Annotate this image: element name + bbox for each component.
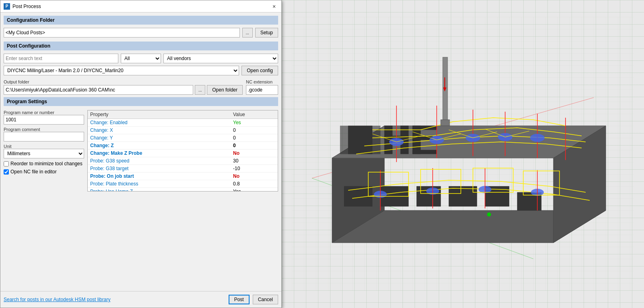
filter-vendors-select[interactable]: All vendors <box>163 54 278 63</box>
prop-name-cell: Change: X <box>88 127 231 134</box>
prop-name-cell: Probe: Plate thickness <box>88 180 231 188</box>
setup-button[interactable]: Setup <box>255 28 278 37</box>
properties-scrollable[interactable]: Property Value Change: EnabledYesChange:… <box>88 110 278 191</box>
col-value-header: Value <box>231 110 273 119</box>
config-select-row: DIYCNC Milling/Laser - Marlin 2.0 / DIYC… <box>4 66 278 75</box>
prop-value-cell: Yes <box>231 119 273 127</box>
cloud-folder-row: ... Setup <box>4 28 278 37</box>
footer-buttons: Post Cancel <box>229 295 278 304</box>
cad-viewport <box>282 0 644 308</box>
output-left: Output folder ... Open folder <box>4 79 243 95</box>
program-left-right: Program name or number Program comment U… <box>4 110 278 191</box>
prop-value-cell: No <box>231 173 273 180</box>
prop-value-cell: Yes <box>231 188 273 191</box>
prop-value-cell: 30 <box>231 157 273 165</box>
output-path-input[interactable] <box>4 85 193 95</box>
post-button[interactable]: Post <box>229 295 250 304</box>
dialog-titlebar: P Post Process × <box>0 0 281 12</box>
open-nc-checkbox[interactable] <box>4 169 9 175</box>
output-path-row: ... Open folder <box>4 85 243 95</box>
program-settings-header: Program Settings <box>4 97 278 106</box>
program-name-group: Program name or number <box>4 110 84 125</box>
output-folder-label: Output folder <box>4 79 243 84</box>
unit-label: Unit <box>4 144 84 149</box>
open-nc-checkbox-row: Open NC file in editor <box>4 169 84 175</box>
svg-point-26 <box>530 134 545 142</box>
table-row[interactable]: Change: Make Z ProbeNo <box>88 150 278 157</box>
browse-output-button[interactable]: ... <box>195 85 205 95</box>
program-comment-label: Program comment <box>4 127 84 132</box>
reorder-label: Reorder to minimize tool changes <box>10 161 83 166</box>
svg-marker-13 <box>413 150 437 154</box>
search-row: All All vendors <box>4 54 278 63</box>
prop-value-cell: 0 <box>231 142 273 150</box>
nc-extension-input[interactable] <box>246 85 278 95</box>
post-config-content: All All vendors DIYCNC Milling/Laser - M… <box>4 52 278 77</box>
table-row[interactable]: Probe: G38 speed30 <box>88 157 278 165</box>
unit-select[interactable]: Millimeters <box>4 149 84 158</box>
prop-value-cell: No <box>231 150 273 157</box>
prop-name-cell: Probe: Use Home Z <box>88 188 231 191</box>
table-row[interactable]: Change: X0 <box>88 127 278 134</box>
reorder-checkbox-row: Reorder to minimize tool changes <box>4 161 84 166</box>
prop-name-cell: Change: Y <box>88 134 231 142</box>
open-folder-button[interactable]: Open folder <box>207 85 243 95</box>
config-select[interactable]: DIYCNC Milling/Laser - Marlin 2.0 / DIYC… <box>4 66 239 75</box>
program-settings-section: Program Settings Program name or number … <box>4 97 278 191</box>
output-section: Output folder ... Open folder NC extensi… <box>4 79 278 95</box>
table-row[interactable]: Probe: On job startNo <box>88 173 278 180</box>
table-header-row: Property Value <box>88 110 278 119</box>
table-row[interactable]: Change: Y0 <box>88 134 278 142</box>
prop-name-cell: Change: Z <box>88 142 231 150</box>
config-folder-section: Configuration Folder ... Setup <box>4 16 278 39</box>
prop-name-cell: Probe: G38 target <box>88 165 231 173</box>
prop-value-cell: 0 <box>231 134 273 142</box>
config-folder-content: ... Setup <box>4 26 278 39</box>
table-row[interactable]: Change: Z0 <box>88 142 278 150</box>
properties-table-container: Property Value Change: EnabledYesChange:… <box>87 110 278 191</box>
col-property-header: Property <box>88 110 231 119</box>
program-left-column: Program name or number Program comment U… <box>4 110 84 191</box>
title-left: P Post Process <box>4 3 41 10</box>
filter-all-select[interactable]: All <box>121 54 161 63</box>
prop-value-cell: -10 <box>231 165 273 173</box>
svg-point-39 <box>487 212 491 216</box>
open-config-button[interactable]: Open config <box>242 66 278 75</box>
open-nc-label: Open NC file in editor <box>10 169 57 175</box>
properties-table: Property Value Change: EnabledYesChange:… <box>88 110 278 191</box>
library-link[interactable]: Search for posts in our Autodesk HSM pos… <box>4 297 110 302</box>
dialog-footer: Search for posts in our Autodesk HSM pos… <box>0 291 281 308</box>
unit-group: Unit Millimeters <box>4 144 84 158</box>
dialog-app-icon: P <box>4 3 10 10</box>
prop-name-cell: Change: Enabled <box>88 119 231 127</box>
prop-name-cell: Change: Make Z Probe <box>88 150 231 157</box>
config-folder-header: Configuration Folder <box>4 16 278 25</box>
cloud-folder-input[interactable] <box>4 28 240 37</box>
svg-rect-36 <box>441 120 450 126</box>
table-row[interactable]: Probe: Use Home ZYes <box>88 188 278 191</box>
program-comment-group: Program comment <box>4 127 84 142</box>
prop-value-cell: 0 <box>231 127 273 134</box>
prop-name-cell: Probe: On job start <box>88 173 231 180</box>
output-right: NC extension <box>246 79 278 95</box>
viewport-canvas <box>282 0 644 308</box>
prop-name-cell: Probe: G38 speed <box>88 157 231 165</box>
table-row[interactable]: Probe: Plate thickness0.8 <box>88 180 278 188</box>
program-name-label: Program name or number <box>4 110 84 115</box>
nc-extension-label: NC extension <box>246 79 278 84</box>
dialog-title: Post Process <box>12 4 41 9</box>
dialog-body: Configuration Folder ... Setup Post Conf… <box>0 12 281 291</box>
reorder-checkbox[interactable] <box>4 161 9 166</box>
post-config-header: Post Configuration <box>4 42 278 50</box>
program-comment-input[interactable] <box>4 132 84 142</box>
program-name-input[interactable] <box>4 115 84 125</box>
post-config-section: Post Configuration All All vendors DIYCN… <box>4 42 278 77</box>
table-row[interactable]: Change: EnabledYes <box>88 119 278 127</box>
cancel-button[interactable]: Cancel <box>253 295 278 304</box>
search-input[interactable] <box>4 54 118 63</box>
cad-3d-object <box>292 17 634 291</box>
table-row[interactable]: Probe: G38 target-10 <box>88 165 278 173</box>
close-button[interactable]: × <box>270 2 278 10</box>
browse-folder-button[interactable]: ... <box>242 28 253 37</box>
prop-value-cell: 0.8 <box>231 180 273 188</box>
